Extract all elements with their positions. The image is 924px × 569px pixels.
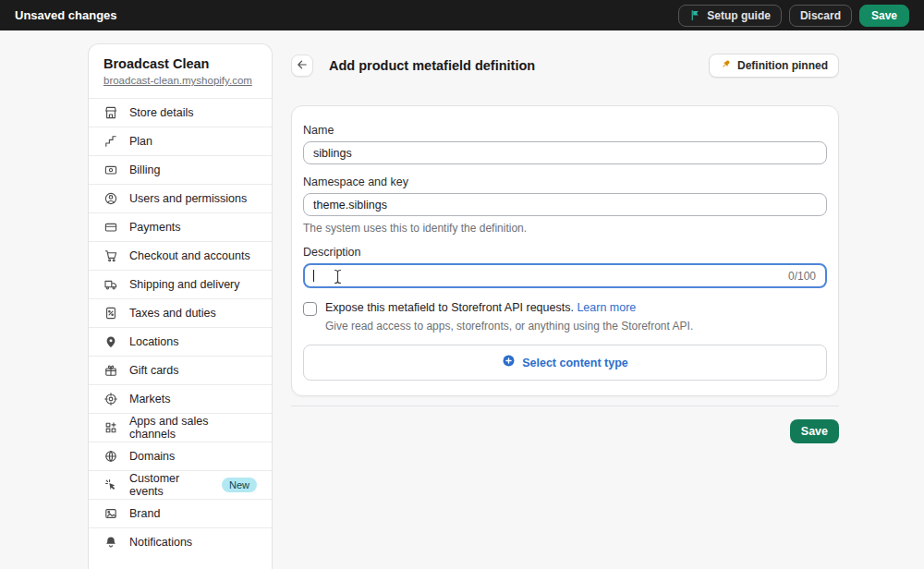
billing-icon: [103, 163, 118, 177]
sidebar-item-plan[interactable]: Plan: [89, 127, 272, 155]
definition-pinned-label: Definition pinned: [737, 59, 828, 72]
cart-icon: [103, 248, 118, 263]
back-button[interactable]: [291, 54, 313, 77]
back-arrow-icon: [296, 58, 309, 74]
brand-icon: [103, 506, 118, 521]
store-domain-link[interactable]: broadcast-clean.myshopify.com: [103, 75, 252, 86]
learn-more-link[interactable]: Learn more: [577, 301, 636, 314]
text-caret: [313, 270, 314, 282]
gift-card-icon: [103, 363, 118, 378]
new-badge: New: [222, 478, 257, 492]
sidebar-item-taxes-and-duties[interactable]: Taxes and duties: [89, 298, 272, 327]
location-pin-icon: [103, 334, 118, 349]
unsaved-changes-status: Unsaved changes: [15, 8, 117, 22]
sidebar-item-label: Domains: [129, 450, 175, 463]
customer-events-icon: [103, 478, 118, 492]
sidebar-item-markets[interactable]: Markets: [89, 384, 272, 413]
settings-sidebar: Broadcast Clean broadcast-clean.myshopif…: [88, 43, 273, 569]
sidebar-item-customer-events[interactable]: Customer eventsNew: [89, 470, 272, 499]
footer-divider: [291, 406, 839, 406]
sidebar-item-label: Apps and sales channels: [129, 415, 257, 441]
contextual-save-bar: Unsaved changes Setup guide Discard Save: [0, 0, 924, 30]
expose-storefront-label: Expose this metafield to Storefront API …: [325, 301, 636, 314]
domains-globe-icon: [103, 449, 118, 464]
sidebar-item-label: Gift cards: [129, 364, 179, 377]
sidebar-item-users-and-permissions[interactable]: Users and permissions: [89, 184, 272, 212]
sidebar-item-label: Shipping and delivery: [129, 278, 240, 291]
sidebar-item-domains[interactable]: Domains: [89, 442, 272, 470]
footer-actions: Save: [291, 419, 839, 443]
shopify-settings-app: Unsaved changes Setup guide Discard Save…: [0, 0, 924, 569]
sidebar-store-header: Broadcast Clean broadcast-clean.myshopif…: [89, 44, 272, 98]
sidebar-item-billing[interactable]: Billing: [89, 155, 272, 184]
sidebar-item-label: Locations: [129, 335, 179, 348]
save-button[interactable]: Save: [790, 419, 839, 443]
expose-storefront-text: Expose this metafield to Storefront API …: [325, 301, 574, 314]
plan-icon: [103, 134, 118, 149]
sidebar-item-store-details[interactable]: Store details: [89, 98, 272, 127]
ibeam-mouse-cursor: [334, 269, 342, 288]
sidebar-item-label: Payments: [129, 221, 181, 234]
namespace-help-text: The system uses this to identify the def…: [303, 222, 827, 235]
sidebar-item-brand[interactable]: Brand: [89, 499, 272, 527]
name-label: Name: [303, 124, 827, 137]
markets-globe-icon: [103, 392, 118, 406]
sidebar-item-gift-cards[interactable]: Gift cards: [89, 356, 272, 384]
select-content-type-label: Select content type: [522, 357, 628, 369]
sidebar-item-checkout-and-accounts[interactable]: Checkout and accounts: [89, 241, 272, 270]
store-name: Broadcast Clean: [103, 56, 257, 71]
topbar-actions: Setup guide Discard Save: [678, 5, 909, 27]
main-content: Add product metafield definition Definit…: [291, 30, 839, 443]
storefront-icon: [103, 105, 118, 120]
flag-icon: [689, 9, 701, 21]
sidebar-nav: Store detailsPlanBillingUsers and permis…: [89, 98, 272, 556]
expose-storefront-row: Expose this metafield to Storefront API …: [303, 301, 827, 316]
discard-button[interactable]: Discard: [789, 5, 852, 27]
apps-icon: [103, 420, 118, 435]
description-input[interactable]: 0/100: [303, 263, 827, 288]
sidebar-item-notifications[interactable]: Notifications: [89, 527, 272, 556]
definition-pinned-button[interactable]: Definition pinned: [709, 54, 839, 78]
sidebar-item-apps-and-sales-channels[interactable]: Apps and sales channels: [89, 413, 272, 442]
setup-guide-button[interactable]: Setup guide: [678, 5, 782, 27]
discard-label: Discard: [800, 9, 841, 22]
namespace-input[interactable]: [303, 193, 827, 216]
sidebar-item-label: Taxes and duties: [129, 307, 216, 320]
expose-storefront-checkbox[interactable]: [303, 302, 317, 316]
description-label: Description: [303, 246, 827, 259]
sidebar-item-label: Store details: [129, 106, 193, 119]
metafield-form-card: Name Namespace and key The system uses t…: [291, 105, 839, 396]
payments-icon: [103, 220, 118, 235]
name-input[interactable]: [303, 141, 827, 164]
sidebar-item-label: Notifications: [129, 536, 192, 549]
bell-icon: [103, 535, 118, 550]
users-icon: [103, 191, 118, 206]
plus-circle-icon: [502, 354, 516, 371]
sidebar-item-label: Billing: [129, 163, 160, 176]
sidebar-item-label: Plan: [129, 135, 152, 148]
expose-storefront-help: Give read access to apps, storefronts, o…: [325, 320, 827, 333]
page-title: Add product metafield definition: [329, 58, 535, 73]
pin-icon: [720, 58, 732, 73]
taxes-icon: [103, 306, 118, 321]
page-header: Add product metafield definition Definit…: [291, 54, 839, 78]
sidebar-item-label: Users and permissions: [129, 192, 247, 205]
sidebar-item-label: Markets: [129, 393, 170, 406]
sidebar-item-label: Customer events: [129, 472, 209, 498]
topbar-save-button[interactable]: Save: [859, 5, 909, 27]
sidebar-item-label: Checkout and accounts: [129, 249, 250, 262]
sidebar-item-payments[interactable]: Payments: [89, 212, 272, 241]
sidebar-item-shipping-and-delivery[interactable]: Shipping and delivery: [89, 270, 272, 298]
namespace-label: Namespace and key: [303, 176, 827, 188]
truck-icon: [103, 277, 118, 292]
sidebar-item-label: Brand: [129, 507, 160, 520]
description-char-counter: 0/100: [788, 270, 816, 283]
select-content-type-button[interactable]: Select content type: [303, 345, 827, 381]
setup-guide-label: Setup guide: [707, 9, 771, 22]
sidebar-item-locations[interactable]: Locations: [89, 327, 272, 356]
